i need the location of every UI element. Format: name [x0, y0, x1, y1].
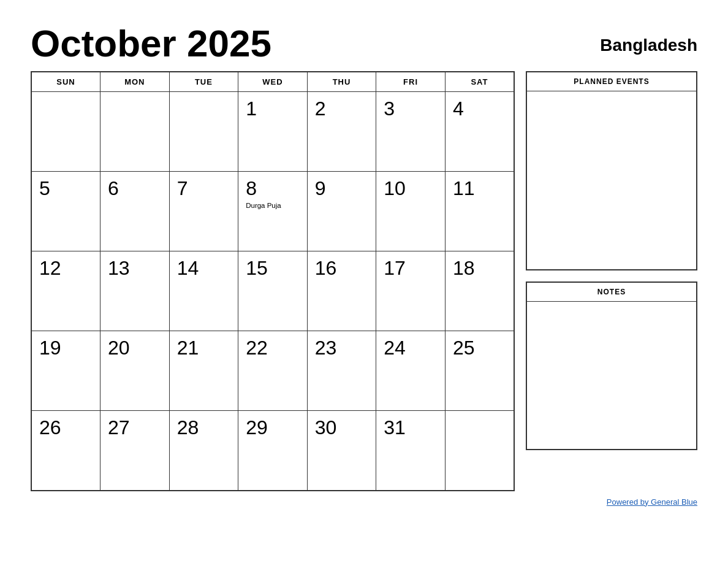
- calendar-day-cell: 22: [238, 331, 308, 411]
- calendar-day-cell: 13: [100, 251, 170, 331]
- day-number: 4: [453, 98, 506, 120]
- day-number: 20: [108, 337, 162, 359]
- day-number: 7: [177, 178, 231, 199]
- calendar-day-cell: 16: [307, 251, 376, 331]
- day-number: 18: [453, 258, 506, 279]
- day-number: 28: [177, 417, 231, 439]
- calendar-day-cell: 7: [169, 172, 238, 251]
- calendar-week-row: 262728293031: [31, 411, 514, 491]
- day-number: 17: [384, 258, 438, 279]
- calendar-table: SUNMONTUEWEDTHUFRISAT 12345678Durga Puja…: [31, 71, 515, 491]
- day-number: 30: [315, 417, 369, 439]
- sidebar: PLANNED EVENTS NOTES: [526, 71, 697, 450]
- calendar-day-cell: 18: [445, 251, 514, 331]
- day-of-week-header: SUN: [31, 72, 100, 92]
- calendar-day-cell: 24: [376, 331, 446, 411]
- calendar-day-cell: 11: [445, 172, 514, 251]
- day-number: 31: [384, 417, 438, 439]
- calendar-day-cell: 2: [307, 92, 376, 172]
- notes-box: NOTES: [526, 282, 697, 450]
- day-event-label: Durga Puja: [246, 202, 300, 209]
- calendar-day-cell: 4: [445, 92, 514, 172]
- calendar-week-row: 1234: [31, 92, 514, 172]
- calendar-day-cell: 29: [238, 411, 308, 491]
- day-number: 27: [108, 417, 162, 439]
- day-number: 1: [246, 98, 300, 120]
- calendar-day-cell: 9: [307, 172, 376, 251]
- day-number: 8: [246, 178, 300, 199]
- day-number: 3: [384, 98, 438, 120]
- calendar-week-row: 12131415161718: [31, 251, 514, 331]
- calendar-day-cell: 19: [31, 331, 100, 411]
- calendar-day-cell: 10: [376, 172, 446, 251]
- calendar-day-cell: 5: [31, 172, 100, 251]
- day-of-week-header: FRI: [376, 72, 446, 92]
- day-number: 26: [39, 417, 93, 439]
- calendar-day-cell: 17: [376, 251, 446, 331]
- calendar-week-row: 5678Durga Puja91011: [31, 172, 514, 251]
- day-number: 5: [39, 178, 93, 199]
- day-number: 6: [108, 178, 162, 199]
- main-content: SUNMONTUEWEDTHUFRISAT 12345678Durga Puja…: [31, 71, 697, 491]
- calendar-day-cell: [445, 411, 514, 491]
- day-number: 22: [246, 337, 300, 359]
- calendar-day-cell: 31: [376, 411, 446, 491]
- month-title: October 2025: [31, 25, 271, 63]
- calendar-day-cell: 3: [376, 92, 446, 172]
- day-of-week-header: THU: [307, 72, 376, 92]
- day-number: 2: [315, 98, 369, 120]
- calendar-section: SUNMONTUEWEDTHUFRISAT 12345678Durga Puja…: [31, 71, 515, 491]
- day-of-week-header: WED: [238, 72, 308, 92]
- calendar-day-cell: [169, 92, 238, 172]
- calendar-day-cell: 8Durga Puja: [238, 172, 308, 251]
- calendar-day-cell: 30: [307, 411, 376, 491]
- calendar-day-cell: 6: [100, 172, 170, 251]
- notes-header: NOTES: [527, 283, 696, 302]
- day-of-week-header: SAT: [445, 72, 514, 92]
- day-number: 16: [315, 258, 369, 279]
- day-number: 29: [246, 417, 300, 439]
- country-title: Bangladesh: [600, 25, 697, 54]
- calendar-day-cell: 14: [169, 251, 238, 331]
- day-number: 10: [384, 178, 438, 199]
- planned-events-box: PLANNED EVENTS: [526, 71, 697, 270]
- sidebar-gap: [526, 270, 697, 282]
- page-header: October 2025 Bangladesh: [31, 25, 697, 63]
- calendar-day-cell: 26: [31, 411, 100, 491]
- day-number: 25: [453, 337, 506, 359]
- day-number: 15: [246, 258, 300, 279]
- calendar-day-cell: 25: [445, 331, 514, 411]
- calendar-day-cell: 15: [238, 251, 308, 331]
- calendar-day-cell: 23: [307, 331, 376, 411]
- calendar-day-cell: 27: [100, 411, 170, 491]
- day-number: 24: [384, 337, 438, 359]
- day-number: 14: [177, 258, 231, 279]
- planned-events-header: PLANNED EVENTS: [527, 72, 696, 91]
- calendar-day-cell: 1: [238, 92, 308, 172]
- day-number: 19: [39, 337, 93, 359]
- day-number: 23: [315, 337, 369, 359]
- day-of-week-header: MON: [100, 72, 170, 92]
- planned-events-body: [527, 91, 696, 269]
- calendar-week-row: 19202122232425: [31, 331, 514, 411]
- day-number: 12: [39, 258, 93, 279]
- notes-body: [527, 302, 696, 449]
- calendar-day-cell: 21: [169, 331, 238, 411]
- calendar-day-cell: 12: [31, 251, 100, 331]
- calendar-day-cell: 28: [169, 411, 238, 491]
- powered-by-link[interactable]: Powered by General Blue: [607, 497, 697, 507]
- day-number: 21: [177, 337, 231, 359]
- day-number: 9: [315, 178, 369, 199]
- calendar-day-cell: 20: [100, 331, 170, 411]
- footer: Powered by General Blue: [31, 497, 697, 507]
- day-number: 11: [453, 178, 506, 199]
- day-of-week-header: TUE: [169, 72, 238, 92]
- calendar-day-cell: [100, 92, 170, 172]
- calendar-day-cell: [31, 92, 100, 172]
- day-number: 13: [108, 258, 162, 279]
